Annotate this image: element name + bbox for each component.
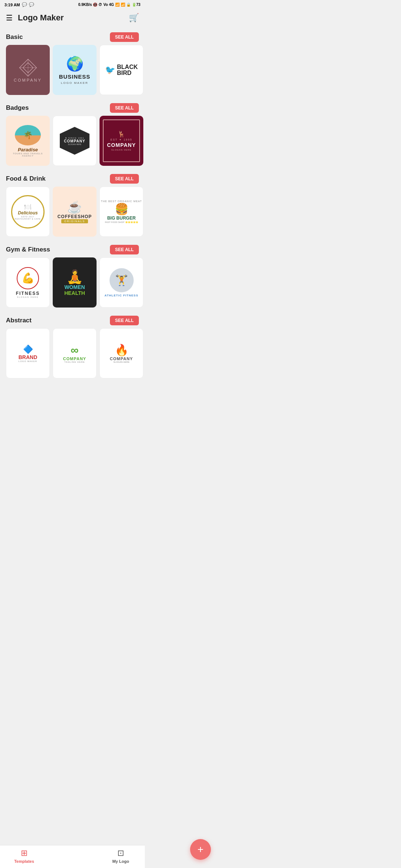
logo-card-business[interactable]: 🌍 BUSINESS LOGO MAKER — [53, 45, 97, 95]
athletic-circle-icon: 🏋️ — [110, 268, 134, 292]
coffee-icon: ☕ — [67, 200, 82, 214]
logo-card-coffeeshop[interactable]: ☕ COFFEESHOP ORIGINALS — [53, 187, 97, 237]
company-text: COMPANY — [14, 78, 42, 82]
status-right: 0.9KB/s 📵 ⏱ Vo 4G 📶 📶 🔒 🔋73 — [78, 3, 140, 7]
section-abstract-title: Abstract — [6, 317, 32, 324]
flame-icon: 🔥 — [115, 343, 128, 356]
see-all-food[interactable]: SEE ALL — [110, 174, 139, 184]
section-badges-header: Badges SEE ALL — [0, 99, 145, 116]
logo-card-bigburger[interactable]: THE BEST ORGANIC MEAT 🍔 BIG BURGER FAST … — [100, 187, 143, 237]
status-bar: 3:19 AM 💬 💬 0.9KB/s 📵 ⏱ Vo 4G 📶 📶 🔒 🔋73 — [0, 0, 145, 9]
globe-icon: 🌍 — [66, 56, 84, 72]
section-badges: Badges SEE ALL 🌴 Paradise TOURS AND TRAV… — [0, 99, 145, 166]
deer-icon: 🦌 — [118, 131, 125, 138]
section-abstract: Abstract SEE ALL 🔷 BRAND LOGO MAKER ∞ CO… — [0, 311, 145, 378]
bird-icon: 🐦 — [105, 65, 115, 75]
see-all-abstract[interactable]: SEE ALL — [110, 316, 139, 325]
see-all-basic[interactable]: SEE ALL — [110, 32, 139, 42]
company-diamond-icon — [18, 57, 38, 78]
abstract-logo-row: 🔷 BRAND LOGO MAKER ∞ COMPANY TAGLINE HER… — [0, 328, 145, 378]
basic-logo-row: COMPANY 🌍 BUSINESS LOGO MAKER 🐦 BLACK — [0, 45, 145, 95]
logo-card-paradise[interactable]: 🌴 Paradise TOURS AND TRAVELS AGENCY — [6, 116, 50, 166]
section-food-header: Food & Drink SEE ALL — [0, 170, 145, 187]
see-all-badges[interactable]: SEE ALL — [110, 103, 139, 113]
section-basic-title: Basic — [6, 33, 23, 41]
section-food-title: Food & Drink — [6, 175, 46, 183]
logo-card-fitness[interactable]: 💪 FITNESS SLOGAN HERE — [6, 257, 50, 308]
see-all-gym[interactable]: SEE ALL — [110, 245, 139, 254]
burger-icon: 🍔 — [115, 203, 128, 216]
delicious-circle-icon: 🍽️ Delicious ESTD 2017RESTAURANT & CAFE — [11, 195, 45, 228]
section-gym-header: Gym & Fitness SEE ALL — [0, 240, 145, 257]
food-logo-row: 🍽️ Delicious ESTD 2017RESTAURANT & CAFE … — [0, 187, 145, 237]
logo-card-womenhealth[interactable]: 🧘 WOMENHEALTH — [53, 257, 97, 308]
logo-card-brand[interactable]: 🔷 BRAND LOGO MAKER — [6, 328, 50, 378]
logo-card-company[interactable]: COMPANY — [6, 45, 50, 95]
hex-badge-icon: ★ SINCE 1991 COMPANY SLOGAN HERE — [60, 127, 89, 155]
app-title: Logo Maker — [18, 13, 63, 23]
badges-logo-row: 🌴 Paradise TOURS AND TRAVELS AGENCY ★ SI… — [0, 116, 145, 166]
logo-card-delicious[interactable]: 🍽️ Delicious ESTD 2017RESTAURANT & CAFE — [6, 187, 50, 237]
section-abstract-header: Abstract SEE ALL — [0, 311, 145, 328]
paradise-circle-icon: 🌴 — [15, 125, 41, 145]
brand-icon: 🔷 — [23, 345, 33, 354]
business-sub: LOGO MAKER — [61, 81, 88, 85]
section-gym: Gym & Fitness SEE ALL 💪 FITNESS SLOGAN H… — [0, 240, 145, 308]
section-badges-title: Badges — [6, 104, 29, 112]
logo-card-athletic[interactable]: 🏋️ ATHLETIC FITNESS — [100, 257, 143, 308]
section-basic-header: Basic SEE ALL — [0, 28, 145, 45]
main-scroll: Basic SEE ALL COMPANY — [0, 28, 145, 412]
section-basic: Basic SEE ALL COMPANY — [0, 28, 145, 95]
logo-card-badge-wine[interactable]: 🦌 EST ✦ 1995 COMPANY SLOGAN HERE — [100, 116, 143, 166]
gym-logo-row: 💪 FITNESS SLOGAN HERE 🧘 WOMENHEALTH — [0, 257, 145, 308]
business-text: BUSINESS — [59, 73, 91, 80]
header: ☰ Logo Maker 🛒 — [0, 9, 145, 28]
logo-card-infinity[interactable]: ∞ COMPANY TAGLINE HERE — [53, 328, 97, 378]
infinity-icon: ∞ — [71, 344, 78, 356]
section-food: Food & Drink SEE ALL 🍽️ Delicious ESTD 2… — [0, 170, 145, 237]
logo-card-blackbird[interactable]: 🐦 BLACK BIRD — [100, 45, 143, 95]
section-gym-title: Gym & Fitness — [6, 246, 50, 253]
logo-card-abstract-co[interactable]: 🔥 COMPANY SLOGAN HERE — [100, 328, 143, 378]
logo-card-badge-dark[interactable]: ★ SINCE 1991 COMPANY SLOGAN HERE — [53, 116, 97, 166]
status-time: 3:19 AM 💬 💬 — [4, 2, 34, 7]
menu-icon[interactable]: ☰ — [6, 13, 13, 22]
cart-icon[interactable]: 🛒 — [129, 13, 139, 23]
women-figure-icon: 🧘 — [66, 269, 83, 285]
fitness-circle-icon: 💪 — [17, 267, 39, 289]
